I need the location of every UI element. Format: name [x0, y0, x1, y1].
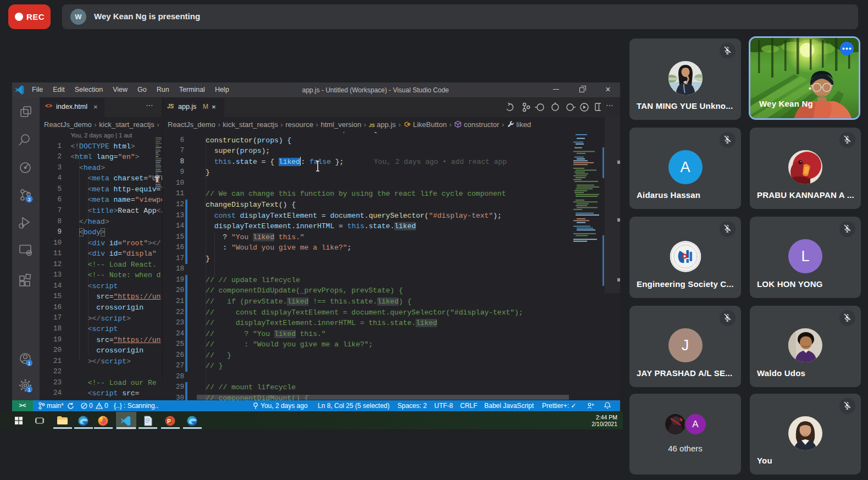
svg-text:3: 3 — [27, 197, 30, 202]
svg-text:P: P — [167, 418, 171, 424]
svg-text:1: 1 — [27, 387, 30, 393]
svg-text:1: 1 — [27, 361, 30, 366]
